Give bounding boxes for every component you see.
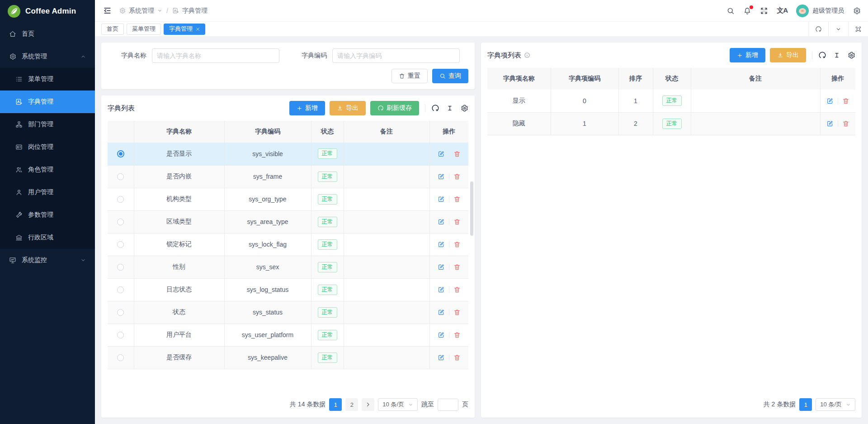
- close-icon[interactable]: [196, 27, 200, 31]
- delete-button[interactable]: [453, 309, 461, 316]
- delete-button[interactable]: [453, 195, 461, 203]
- page-size-select[interactable]: 10 条/页: [816, 398, 855, 411]
- row-radio[interactable]: [117, 150, 124, 157]
- edit-button[interactable]: [826, 97, 834, 105]
- row-radio[interactable]: [117, 309, 124, 316]
- row-radio[interactable]: [117, 286, 124, 293]
- tab-dict-mgmt[interactable]: 字典管理: [164, 24, 205, 35]
- font-size-icon[interactable]: [446, 105, 453, 112]
- edit-button[interactable]: [438, 150, 445, 157]
- delete-button[interactable]: [453, 173, 461, 180]
- table-row[interactable]: 机构类型 sys_org_type 正常: [108, 188, 468, 210]
- dict-code-input[interactable]: [332, 48, 460, 63]
- table-row[interactable]: 显示 0 1 正常: [487, 90, 855, 112]
- sidebar-item-role-mgmt[interactable]: 角色管理: [0, 158, 95, 181]
- table-row[interactable]: 状态 sys_status 正常: [108, 301, 468, 324]
- row-radio[interactable]: [117, 354, 124, 361]
- export-dict-button[interactable]: 导出: [330, 101, 366, 115]
- page-button-1[interactable]: 1: [329, 398, 342, 411]
- table-row[interactable]: 日志状态 sys_log_status 正常: [108, 278, 468, 301]
- edit-button[interactable]: [438, 195, 445, 203]
- add-dict-item-button[interactable]: 新增: [730, 48, 765, 62]
- export-dict-item-button[interactable]: 导出: [770, 48, 806, 62]
- table-row[interactable]: 性别 sys_sex 正常: [108, 256, 468, 278]
- edit-button[interactable]: [438, 331, 445, 338]
- table-row[interactable]: 是否显示 sys_visible 正常: [108, 143, 468, 165]
- delete-button[interactable]: [453, 286, 461, 293]
- delete-button[interactable]: [842, 120, 849, 127]
- row-radio[interactable]: [117, 241, 124, 248]
- translate-icon[interactable]: 文A: [777, 6, 788, 15]
- table-row[interactable]: 区域类型 sys_area_type 正常: [108, 210, 468, 233]
- delete-button[interactable]: [453, 354, 461, 361]
- scrollbar-thumb[interactable]: [470, 181, 473, 236]
- table-row[interactable]: 是否缓存 sys_keepalive 正常: [108, 346, 468, 369]
- edit-button[interactable]: [438, 241, 445, 248]
- edit-button[interactable]: [438, 286, 445, 293]
- edit-button[interactable]: [438, 173, 445, 180]
- delete-button[interactable]: [453, 331, 461, 338]
- sidebar-item-user-mgmt[interactable]: 用户管理: [0, 181, 95, 204]
- tab-home[interactable]: 首页: [101, 24, 124, 35]
- row-radio[interactable]: [117, 219, 124, 225]
- row-radio[interactable]: [117, 264, 124, 271]
- table-row[interactable]: 是否内嵌 sys_frame 正常: [108, 165, 468, 188]
- bell-icon[interactable]: [743, 7, 751, 15]
- sidebar-item-param-mgmt[interactable]: 参数管理: [0, 204, 95, 226]
- maximize-icon[interactable]: [848, 22, 868, 36]
- chevron-down-icon[interactable]: [828, 22, 848, 36]
- page-button-2[interactable]: 2: [345, 398, 358, 411]
- breadcrumb-parent[interactable]: 系统管理: [129, 7, 154, 15]
- status-badge: 正常: [318, 330, 337, 340]
- table-row[interactable]: 用户平台 sys_user_platform 正常: [108, 324, 468, 346]
- user-menu[interactable]: 超级管理员: [796, 5, 844, 17]
- delete-button[interactable]: [453, 218, 461, 225]
- table-row[interactable]: 隐藏 1 2 正常: [487, 112, 855, 135]
- sidebar-item-system-mgmt[interactable]: 系统管理: [0, 45, 95, 68]
- next-page-button[interactable]: [362, 398, 374, 411]
- delete-button[interactable]: [453, 241, 461, 248]
- delete-button[interactable]: [453, 263, 461, 271]
- column-settings-gear-icon[interactable]: [847, 51, 855, 59]
- fullscreen-icon[interactable]: [760, 7, 768, 15]
- refresh-icon[interactable]: [431, 104, 439, 112]
- dict-name-cell: 是否内嵌: [134, 165, 224, 188]
- search-icon[interactable]: [726, 7, 735, 15]
- column-settings-gear-icon[interactable]: [460, 104, 468, 112]
- jump-label: 跳至: [421, 400, 434, 409]
- add-dict-button[interactable]: 新增: [289, 101, 325, 115]
- sidebar-item-post-mgmt[interactable]: 岗位管理: [0, 136, 95, 158]
- row-radio[interactable]: [117, 332, 124, 338]
- query-button[interactable]: 查询: [432, 69, 468, 83]
- delete-button[interactable]: [842, 97, 849, 105]
- refresh-icon[interactable]: [818, 51, 826, 59]
- page-button-1[interactable]: 1: [799, 398, 812, 411]
- row-radio[interactable]: [117, 173, 124, 180]
- dict-name-input[interactable]: [152, 48, 279, 63]
- refresh-tab-icon[interactable]: [808, 22, 828, 36]
- edit-button[interactable]: [826, 120, 834, 127]
- sidebar-item-dict-mgmt[interactable]: 字典管理: [0, 91, 95, 113]
- table-row[interactable]: 锁定标记 sys_lock_flag 正常: [108, 233, 468, 256]
- sidebar-item-region-mgmt[interactable]: 行政区域: [0, 226, 95, 249]
- edit-button[interactable]: [438, 263, 445, 271]
- sidebar-item-system-monitor[interactable]: 系统监控: [0, 249, 95, 272]
- row-radio[interactable]: [117, 196, 124, 203]
- app-logo[interactable]: Coffee Admin: [0, 0, 95, 23]
- font-size-icon[interactable]: [833, 52, 840, 59]
- tab-menu-mgmt[interactable]: 菜单管理: [127, 24, 161, 35]
- menu-fold-button[interactable]: [103, 6, 112, 15]
- refresh-cache-button[interactable]: 刷新缓存: [370, 101, 419, 115]
- sidebar-item-dept-mgmt[interactable]: 部门管理: [0, 113, 95, 136]
- settings-gear-icon[interactable]: [853, 7, 861, 15]
- reset-button[interactable]: 重置: [392, 69, 428, 83]
- edit-button[interactable]: [438, 218, 445, 225]
- page-size-select[interactable]: 10 条/页: [378, 398, 418, 411]
- delete-button[interactable]: [453, 150, 461, 157]
- jump-page-input[interactable]: [438, 399, 458, 411]
- edit-button[interactable]: [438, 309, 445, 316]
- info-icon[interactable]: [524, 52, 530, 58]
- sidebar-item-menu-mgmt[interactable]: 菜单管理: [0, 68, 95, 91]
- sidebar-item-home[interactable]: 首页: [0, 23, 95, 45]
- edit-button[interactable]: [438, 354, 445, 361]
